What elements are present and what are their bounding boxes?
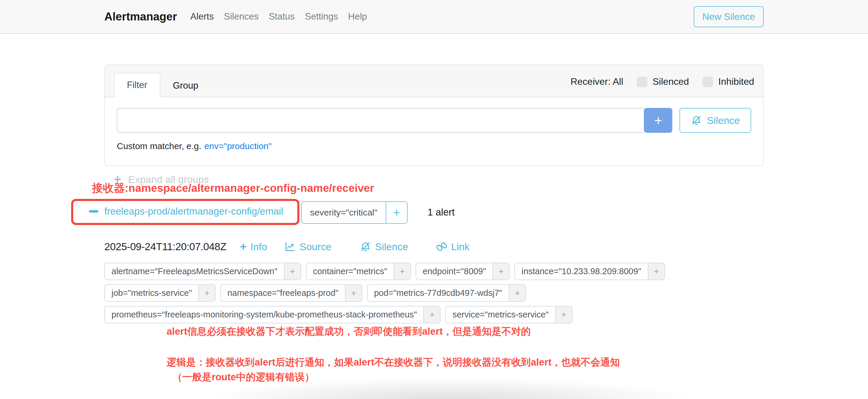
bell-slash-icon	[691, 115, 702, 126]
alert-source-link[interactable]: Source	[284, 241, 332, 252]
silenced-label: Silenced	[652, 76, 689, 87]
plus-icon: +	[654, 112, 662, 128]
label-tag: endpoint="8009" +	[415, 263, 509, 280]
label-tag-add-button[interactable]: +	[345, 285, 362, 301]
app-brand[interactable]: Alertmanager	[104, 10, 177, 23]
chart-line-icon	[284, 241, 296, 252]
label-tag: alertname="FreeleapsMetricsServiceDown" …	[104, 263, 301, 280]
nav-item-settings[interactable]: Settings	[300, 11, 343, 22]
label-tag-text[interactable]: container="metrics"	[307, 263, 394, 280]
new-silence-button[interactable]: New Silence	[694, 6, 764, 27]
annotation-logic-note: 逻辑是：接收器收到alert后进行通知，如果alert不在接收器下，说明接收器没…	[166, 356, 620, 369]
tab-group[interactable]: Group	[160, 74, 211, 97]
label-row-1: alertname="FreeleapsMetricsServiceDown" …	[104, 263, 665, 280]
annotation-receiver-format: 接收器:namespace/altermanager-config-name/r…	[92, 181, 374, 196]
nav-item-alerts[interactable]: Alerts	[185, 11, 219, 22]
matcher-input-group: + Silence	[117, 108, 751, 133]
label-tag-add-button[interactable]: +	[423, 307, 440, 323]
alert-permalink[interactable]: Link	[436, 241, 470, 252]
filter-card: Filter Group Receiver: All Silenced Inhi…	[104, 65, 764, 166]
label-tag-text[interactable]: instance="10.233.98.209:8009"	[515, 263, 648, 280]
annotation-alert-note: alert信息必须在接收器下才表示配置成功，否则即使能看到alert，但是通知是…	[166, 325, 531, 338]
info-plus-icon: +	[240, 241, 247, 252]
nav-item-help[interactable]: Help	[343, 11, 372, 22]
inhibited-checkbox[interactable]	[703, 76, 713, 87]
matcher-input[interactable]	[117, 108, 644, 133]
navbar: Alertmanager Alerts Silences Status Sett…	[0, 0, 868, 34]
group-matcher-label[interactable]: severity="critical"	[302, 202, 386, 223]
nav-item-status[interactable]: Status	[264, 11, 300, 22]
silence-filter-label: Silence	[707, 115, 740, 126]
label-tag: prometheus="freeleaps-monitoring-system/…	[104, 306, 440, 324]
receiver-filter-dropdown[interactable]: Receiver: All	[570, 76, 623, 87]
alert-labels: alertname="FreeleapsMetricsServiceDown" …	[104, 263, 665, 324]
label-tag-add-button[interactable]: +	[394, 263, 410, 280]
group-receiver-name: freeleaps-prod/alertmanager-config/email	[104, 206, 283, 217]
helper-text: Custom matcher, e.g.	[117, 141, 201, 151]
label-tag: service="metrics-service" +	[445, 306, 572, 324]
silenced-checkbox[interactable]	[637, 76, 647, 87]
tab-filter[interactable]: Filter	[114, 73, 160, 97]
silence-filter-button[interactable]: Silence	[679, 108, 751, 133]
collapse-group-icon	[89, 210, 98, 213]
source-label: Source	[300, 241, 332, 252]
label-tag-text[interactable]: alertname="FreeleapsMetricsServiceDown"	[105, 263, 284, 280]
label-tag: namespace="freeleaps-prod" +	[220, 284, 362, 302]
label-tag-add-button[interactable]: +	[198, 285, 215, 301]
alert-actions-row: 2025-09-24T11:20:07.048Z + Info Source S…	[104, 241, 470, 252]
label-tag-text[interactable]: prometheus="freeleaps-monitoring-system/…	[105, 307, 423, 323]
label-tag-add-button[interactable]: +	[509, 285, 525, 301]
label-tag-text[interactable]: pod="metrics-77d9cdb497-wdsj7"	[368, 285, 509, 301]
nav-item-silences[interactable]: Silences	[219, 11, 264, 22]
label-tag-add-button[interactable]: +	[648, 263, 664, 280]
label-row-3: prometheus="freeleaps-monitoring-system/…	[104, 306, 665, 324]
label-tag: job="metrics-service" +	[104, 284, 216, 302]
alert-timestamp: 2025-09-24T11:20:07.048Z	[104, 241, 226, 252]
silenced-toggle[interactable]: Silenced	[637, 76, 689, 87]
link-label: Link	[451, 241, 470, 252]
label-tag: instance="10.233.98.209:8009" +	[514, 263, 665, 280]
label-row-2: job="metrics-service" + namespace="freel…	[104, 284, 665, 302]
info-label: Info	[250, 241, 268, 252]
navbar-container: Alertmanager Alerts Silences Status Sett…	[104, 0, 764, 33]
silence-label: Silence	[375, 241, 408, 252]
bell-slash-icon	[360, 241, 371, 252]
add-matcher-button[interactable]: +	[644, 108, 672, 133]
label-tag-text[interactable]: endpoint="8009"	[416, 263, 492, 280]
label-tag-add-button[interactable]: +	[492, 263, 509, 280]
filter-header-controls: Receiver: All Silenced Inhibited	[570, 76, 754, 97]
group-matcher-tag[interactable]: severity="critical" +	[301, 201, 408, 224]
group-matcher-add-button[interactable]: +	[386, 202, 407, 223]
matcher-example-link[interactable]: env="production"	[204, 141, 272, 151]
annotation-route-note: （一般是route中的逻辑有错误）	[173, 371, 314, 384]
label-tag-text[interactable]: job="metrics-service"	[105, 285, 198, 301]
label-tag-text[interactable]: service="metrics-service"	[446, 307, 555, 323]
inhibited-toggle[interactable]: Inhibited	[703, 76, 754, 87]
filter-card-body: + Silence Custom matcher, e.g.env="produ…	[105, 97, 763, 165]
label-tag-add-button[interactable]: +	[284, 263, 301, 280]
group-receiver-link[interactable]: freeleaps-prod/alertmanager-config/email	[89, 206, 283, 217]
matcher-helper-text: Custom matcher, e.g.env="production"	[117, 141, 751, 151]
alert-info-button[interactable]: + Info	[240, 241, 268, 252]
label-tag: container="metrics" +	[306, 263, 411, 280]
alert-count: 1 alert	[428, 207, 455, 218]
label-tag-text[interactable]: namespace="freeleaps-prod"	[221, 285, 345, 301]
alert-silence-button[interactable]: Silence	[360, 241, 408, 252]
label-tag-add-button[interactable]: +	[555, 307, 572, 323]
label-tag: pod="metrics-77d9cdb497-wdsj7" +	[367, 284, 526, 302]
link-icon	[436, 241, 447, 252]
inhibited-label: Inhibited	[718, 76, 754, 87]
filter-card-header: Filter Group Receiver: All Silenced Inhi…	[105, 65, 763, 97]
